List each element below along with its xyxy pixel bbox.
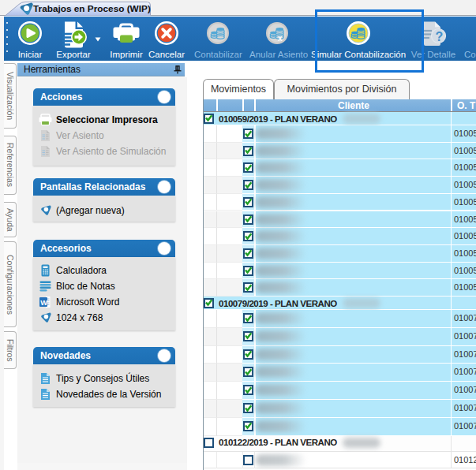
svg-text:W: W	[40, 298, 47, 307]
svg-text:?: ?	[436, 30, 444, 43]
svg-text:x: x	[278, 34, 283, 43]
